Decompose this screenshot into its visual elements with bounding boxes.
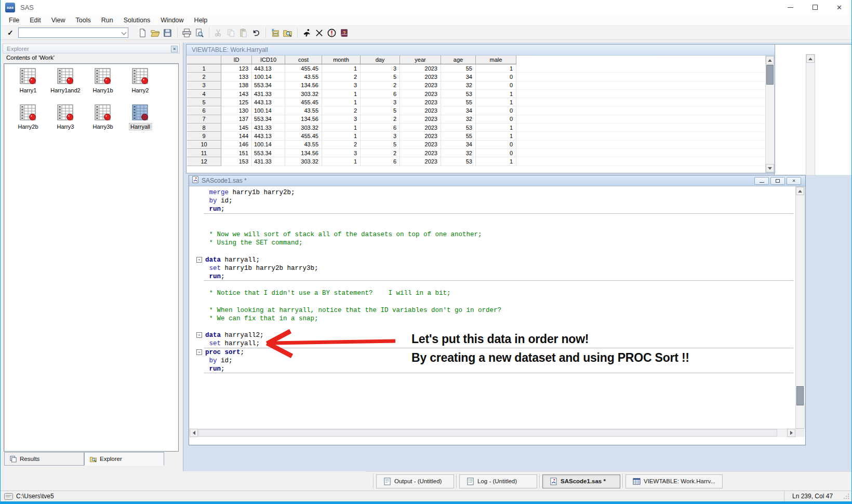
- data-cell[interactable]: 2: [361, 81, 400, 90]
- editor-close-button[interactable]: ✕: [787, 177, 801, 185]
- data-cell[interactable]: 55: [441, 132, 476, 140]
- dataset-harry2[interactable]: Harry2: [122, 66, 159, 101]
- row-number-cell[interactable]: 12: [187, 157, 221, 166]
- data-cell[interactable]: 34: [441, 73, 476, 81]
- data-cell[interactable]: 153: [221, 157, 252, 166]
- help-button[interactable]: ?: [338, 27, 351, 39]
- windowbar-output-untitled[interactable]: Output - (Untitled): [376, 474, 454, 488]
- data-cell[interactable]: 0: [476, 115, 516, 124]
- viewtable-title-bar[interactable]: VIEWTABLE: Work.Harryall: [187, 45, 775, 56]
- editor-vertical-scrollbar[interactable]: [795, 186, 805, 437]
- column-header-day[interactable]: day: [361, 56, 400, 64]
- data-cell[interactable]: 134.56: [285, 149, 322, 157]
- data-cell[interactable]: 53: [441, 90, 476, 98]
- data-cell[interactable]: 130: [221, 107, 252, 115]
- explorer-panel-header[interactable]: Explorer ✕: [3, 44, 180, 53]
- row-number-cell[interactable]: 7: [187, 115, 221, 124]
- column-header-icd10[interactable]: ICD10: [252, 56, 285, 64]
- data-cell[interactable]: 553.34: [252, 149, 285, 157]
- menu-file[interactable]: File: [4, 15, 24, 25]
- new-library-button[interactable]: [269, 27, 282, 39]
- row-number-cell[interactable]: 6: [187, 107, 221, 115]
- data-cell[interactable]: 55: [441, 98, 476, 106]
- viewtable-scroll-thumb[interactable]: [766, 65, 774, 85]
- windowbar-sascode1-sas[interactable]: SAScode1.sas *: [542, 474, 620, 488]
- data-cell[interactable]: 151: [221, 149, 252, 157]
- interrupt-button[interactable]: [326, 27, 338, 39]
- dataset-harry3[interactable]: Harry3: [47, 103, 84, 137]
- data-cell[interactable]: 1: [476, 124, 516, 132]
- code-editor-area[interactable]: merge harry1b harry2b; by id; run; * Now…: [190, 186, 805, 437]
- data-cell[interactable]: 138: [221, 81, 252, 90]
- data-cell[interactable]: 455.45: [285, 64, 322, 73]
- column-header-year[interactable]: year: [400, 56, 441, 64]
- data-cell[interactable]: 303.32: [285, 124, 322, 132]
- column-header-month[interactable]: month: [322, 56, 361, 64]
- viewtable-vertical-scrollbar[interactable]: [765, 56, 775, 173]
- paste-button[interactable]: [237, 27, 250, 39]
- data-cell[interactable]: 1: [322, 64, 361, 73]
- open-file-button[interactable]: [149, 27, 162, 39]
- data-cell[interactable]: 0: [476, 141, 516, 149]
- data-cell[interactable]: 2: [361, 115, 400, 124]
- editor-title-bar[interactable]: SAScode1.sas * ✕: [189, 175, 805, 186]
- data-cell[interactable]: 553.34: [252, 115, 285, 124]
- data-cell[interactable]: 2023: [400, 98, 441, 106]
- data-cell[interactable]: 3: [361, 64, 400, 73]
- data-cell[interactable]: 146: [221, 141, 252, 149]
- data-cell[interactable]: 100.14: [252, 107, 285, 115]
- editor-horizontal-scrollbar[interactable]: [190, 429, 795, 437]
- data-cell[interactable]: 1: [476, 64, 516, 73]
- dataset-harry1and2[interactable]: Harry1and2: [47, 66, 84, 101]
- row-number-cell[interactable]: 1: [187, 64, 221, 73]
- dataset-harry2b[interactable]: Harry2b: [9, 103, 47, 137]
- column-header-id[interactable]: ID: [221, 56, 252, 64]
- data-cell[interactable]: 2023: [400, 81, 441, 90]
- code-fold-toggle-icon[interactable]: -: [196, 332, 202, 338]
- data-cell[interactable]: 0: [476, 107, 516, 115]
- data-cell[interactable]: 3: [322, 149, 361, 157]
- data-cell[interactable]: 133: [221, 73, 252, 81]
- menu-window[interactable]: Window: [155, 15, 189, 25]
- data-cell[interactable]: 0: [476, 149, 516, 157]
- data-cell[interactable]: 32: [441, 81, 476, 90]
- print-preview-button[interactable]: [193, 27, 206, 39]
- dataset-harryall[interactable]: Harryall: [122, 103, 159, 137]
- data-cell[interactable]: 145: [221, 124, 252, 132]
- minimize-button[interactable]: [778, 0, 803, 15]
- row-number-cell[interactable]: 5: [187, 98, 221, 106]
- windowbar-log-untitled[interactable]: Log - (Untitled): [459, 474, 537, 488]
- data-cell[interactable]: 2023: [400, 132, 441, 140]
- data-cell[interactable]: 2023: [400, 124, 441, 132]
- data-cell[interactable]: 553.34: [252, 81, 285, 90]
- data-cell[interactable]: 2023: [400, 107, 441, 115]
- data-cell[interactable]: 2023: [400, 73, 441, 81]
- data-cell[interactable]: 6: [361, 90, 400, 98]
- data-cell[interactable]: 3: [361, 132, 400, 140]
- data-cell[interactable]: 34: [441, 141, 476, 149]
- row-number-cell[interactable]: 10: [187, 141, 221, 149]
- data-cell[interactable]: 2023: [400, 141, 441, 149]
- new-document-button[interactable]: [137, 27, 149, 39]
- data-cell[interactable]: 455.45: [285, 132, 322, 140]
- submit-button[interactable]: [301, 27, 313, 39]
- editor-restore-button[interactable]: [770, 177, 785, 185]
- title-bar[interactable]: sas SAS ✕: [1, 0, 851, 15]
- data-cell[interactable]: 303.32: [285, 157, 322, 166]
- editor-minimize-button[interactable]: [754, 177, 769, 185]
- data-cell[interactable]: 2: [361, 149, 400, 157]
- data-cell[interactable]: 443.13: [252, 98, 285, 106]
- data-cell[interactable]: 137: [221, 115, 252, 124]
- explorer-close-icon[interactable]: ✕: [171, 46, 178, 52]
- data-cell[interactable]: 53: [441, 124, 476, 132]
- row-number-cell[interactable]: 3: [187, 81, 221, 90]
- data-cell[interactable]: 1: [322, 124, 361, 132]
- data-cell[interactable]: 2023: [400, 64, 441, 73]
- undo-button[interactable]: [250, 27, 262, 39]
- data-cell[interactable]: 0: [476, 73, 516, 81]
- data-cell[interactable]: 123: [221, 64, 252, 73]
- data-cell[interactable]: 2023: [400, 157, 441, 166]
- data-cell[interactable]: 100.14: [252, 73, 285, 81]
- row-number-cell[interactable]: 2: [187, 73, 221, 81]
- viewtable-corner-cell[interactable]: [187, 56, 221, 64]
